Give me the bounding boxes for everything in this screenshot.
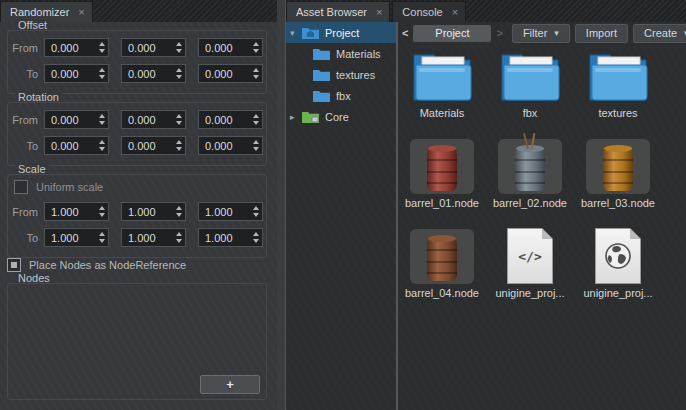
spinner-arrows[interactable]: [95, 42, 108, 53]
tab-label: Randomizer: [10, 6, 69, 18]
spinner-arrows[interactable]: [249, 206, 262, 217]
asset-label: barrel_03.node: [581, 195, 655, 211]
uniform-scale-row: Uniform scale: [14, 180, 103, 194]
node-thumbnail: [498, 139, 562, 194]
editor-window: Randomizer × Offset From 0.000 0.000 0.0…: [0, 0, 686, 410]
scale-to-z-spinbox[interactable]: 1.000: [198, 228, 263, 247]
place-nodes-checkbox[interactable]: [7, 258, 21, 272]
add-node-button[interactable]: +: [200, 375, 260, 394]
tree-item-textures[interactable]: textures: [286, 64, 396, 85]
randomizer-panel: Randomizer × Offset From 0.000 0.000 0.0…: [0, 0, 277, 410]
spinner-arrows[interactable]: [95, 140, 108, 151]
folder-icon: [586, 47, 650, 105]
asset-code-file[interactable]: </> unigine_proj...: [486, 227, 574, 301]
place-nodes-label: Place Nodes as NodeReference: [29, 259, 186, 271]
tree-item-label: Materials: [336, 48, 381, 60]
rotation-to-row: To 0.000 0.000 0.000: [4, 136, 275, 155]
scale-to-x-spinbox[interactable]: 1.000: [44, 228, 109, 247]
asset-folder-materials[interactable]: Materials: [398, 47, 486, 121]
close-icon[interactable]: ×: [376, 6, 382, 18]
spinner-arrows[interactable]: [95, 68, 108, 79]
tab-label: Console: [402, 6, 442, 18]
scale-from-x-spinbox[interactable]: 1.000: [44, 202, 109, 221]
row-label: From: [4, 114, 38, 126]
offset-to-z-spinbox[interactable]: 0.000: [198, 64, 263, 83]
asset-label: barrel_04.node: [405, 285, 479, 301]
chevron-down-icon[interactable]: ▾: [290, 28, 301, 38]
scale-from-z-spinbox[interactable]: 1.000: [198, 202, 263, 221]
asset-globe-file[interactable]: unigine_proj...: [574, 227, 662, 301]
asset-folder-textures[interactable]: textures: [574, 47, 662, 121]
create-dropdown[interactable]: Create ▾: [633, 24, 686, 43]
spinner-arrows[interactable]: [172, 232, 185, 243]
tree-item-fbx[interactable]: fbx: [286, 85, 396, 106]
offset-from-z-spinbox[interactable]: 0.000: [198, 38, 263, 57]
node-thumbnail: [410, 229, 474, 284]
filter-dropdown[interactable]: Filter ▾: [512, 24, 570, 43]
node-thumbnail: [586, 139, 650, 194]
asset-label: barrel_02.node: [493, 195, 567, 211]
close-icon[interactable]: ×: [78, 6, 84, 18]
spinner-arrows[interactable]: [172, 140, 185, 151]
asset-browser-tabbar: Asset Browser × Console ×: [286, 0, 686, 23]
chevron-right-icon[interactable]: ▸: [290, 112, 301, 122]
offset-to-x-spinbox[interactable]: 0.000: [44, 64, 109, 83]
offset-from-y-spinbox[interactable]: 0.000: [121, 38, 186, 57]
asset-label: unigine_proj...: [583, 285, 652, 301]
asset-folder-fbx[interactable]: fbx: [486, 47, 574, 121]
scale-from-y-spinbox[interactable]: 1.000: [121, 202, 186, 221]
asset-barrel-04[interactable]: barrel_04.node: [398, 227, 486, 301]
rotation-to-z-spinbox[interactable]: 0.000: [198, 136, 263, 155]
folder-icon: [313, 47, 330, 60]
nodes-list[interactable]: +: [7, 283, 267, 400]
scale-to-y-spinbox[interactable]: 1.000: [121, 228, 186, 247]
asset-label: Materials: [420, 105, 465, 121]
offset-to-row: To 0.000 0.000 0.000: [4, 64, 275, 83]
spinner-arrows[interactable]: [249, 140, 262, 151]
project-tree: ▾ Project Materials textures: [286, 22, 396, 410]
rotation-from-y-spinbox[interactable]: 0.000: [121, 110, 186, 129]
spinner-arrows[interactable]: [172, 42, 185, 53]
tree-item-materials[interactable]: Materials: [286, 43, 396, 64]
breadcrumb[interactable]: Project: [413, 25, 491, 42]
spinner-arrows[interactable]: [172, 114, 185, 125]
spinner-arrows[interactable]: [249, 232, 262, 243]
tab-asset-browser[interactable]: Asset Browser ×: [286, 1, 390, 22]
spinner-arrows[interactable]: [249, 68, 262, 79]
tab-console[interactable]: Console ×: [392, 1, 466, 22]
panel-splitter[interactable]: [277, 0, 286, 410]
forward-button[interactable]: >: [496, 27, 502, 39]
asset-barrel-01[interactable]: barrel_01.node: [398, 137, 486, 211]
row-label: To: [4, 140, 38, 152]
tree-item-label: fbx: [336, 90, 351, 102]
folder-icon: [410, 47, 474, 105]
offset-to-y-spinbox[interactable]: 0.000: [121, 64, 186, 83]
rotation-from-x-spinbox[interactable]: 0.000: [44, 110, 109, 129]
spinner-arrows[interactable]: [95, 206, 108, 217]
node-thumbnail: [410, 139, 474, 194]
spinner-arrows[interactable]: [249, 42, 262, 53]
asset-label: barrel_01.node: [405, 195, 479, 211]
rotation-to-x-spinbox[interactable]: 0.000: [44, 136, 109, 155]
rotation-from-row: From 0.000 0.000 0.000: [4, 110, 275, 129]
asset-barrel-02[interactable]: barrel_02.node: [486, 137, 574, 211]
tab-label: Asset Browser: [296, 6, 367, 18]
import-button[interactable]: Import: [575, 24, 628, 43]
spinner-arrows[interactable]: [249, 114, 262, 125]
spinner-arrows[interactable]: [172, 206, 185, 217]
tree-item-project[interactable]: ▾ Project: [286, 22, 396, 43]
place-nodes-row: Place Nodes as NodeReference: [7, 258, 186, 272]
offset-from-x-spinbox[interactable]: 0.000: [44, 38, 109, 57]
back-button[interactable]: <: [402, 27, 408, 39]
asset-barrel-03[interactable]: barrel_03.node: [574, 137, 662, 211]
rotation-from-z-spinbox[interactable]: 0.000: [198, 110, 263, 129]
uniform-scale-checkbox[interactable]: [14, 180, 28, 194]
tree-item-core[interactable]: ▸ Core: [286, 106, 396, 127]
chevron-down-icon: ▾: [554, 28, 559, 38]
rotation-to-y-spinbox[interactable]: 0.000: [121, 136, 186, 155]
spinner-arrows[interactable]: [95, 114, 108, 125]
close-icon[interactable]: ×: [452, 6, 458, 18]
spinner-arrows[interactable]: [172, 68, 185, 79]
spinner-arrows[interactable]: [95, 232, 108, 243]
randomizer-body: Offset From 0.000 0.000 0.000 To 0.000 0…: [0, 22, 277, 410]
